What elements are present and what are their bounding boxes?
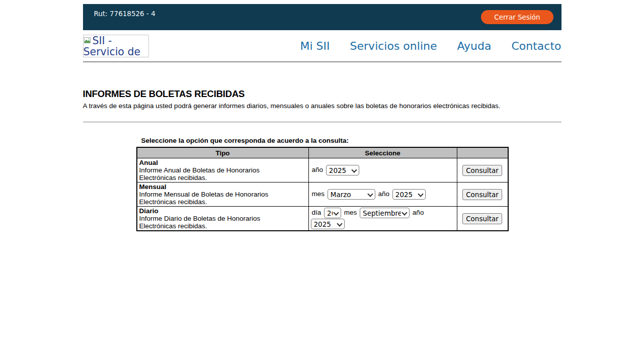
page-title: INFORMES DE BOLETAS RECIBIDAS [83,88,561,100]
nav-mi-sii[interactable]: Mi SII [300,40,330,52]
mensual-button-cell: Consultar [457,183,508,207]
anual-select-cell: año 2025 [308,158,457,183]
diario-month-select[interactable]: Septiembre [360,208,410,218]
anual-type-cell: Anual Informe Anual de Boletas de Honora… [137,158,309,183]
anual-year-select[interactable]: 2025 [326,165,359,175]
nav-contacto[interactable]: Contacto [511,40,561,52]
mensual-month-select[interactable]: Marzo [328,189,375,200]
logout-button[interactable]: Cerrar Sesión [481,10,553,24]
sii-logo-broken-image[interactable]: SII - Servicio de [83,35,149,57]
report-options-table: Tipo Seleccione Anual Informe Anual de B… [136,147,509,231]
table-row-mensual: Mensual Informe Mensual de Boletas de Ho… [137,183,508,207]
divider [83,122,561,123]
anual-button-cell: Consultar [457,158,508,183]
diario-description: Informe Diario de Boletas de Honorarios … [139,215,290,230]
mensual-year-label: año [378,190,390,198]
form-caption: Seleccione la opción que corresponda de … [141,137,561,144]
diario-fields-line1: día 26 mes Septiembre año [311,208,455,218]
nav-ayuda[interactable]: Ayuda [457,40,491,52]
rut-label: Rut: 77618526 - 4 [94,10,155,18]
mensual-description: Informe Mensual de Boletas de Honorarios… [139,191,290,206]
diario-select-cell: día 26 mes Septiembre año 2025 [308,207,457,231]
diario-year-select[interactable]: 2025 [311,219,345,229]
consultar-mensual-button[interactable]: Consultar [462,189,502,200]
column-header-tipo: Tipo [137,147,309,158]
diario-month-label: mes [344,209,357,216]
page-description: A través de esta página usted podrá gene… [83,102,561,110]
consultar-diario-button[interactable]: Consultar [462,213,502,224]
mensual-month-label: mes [312,190,325,198]
diario-year-label: año [413,209,424,216]
diario-button-cell: Consultar [457,207,508,231]
report-form: Seleccione la opción que corresponda de … [136,137,561,231]
broken-image-icon [84,35,92,46]
logo-alt-text: SII - Servicio de [84,35,141,57]
diario-day-label: día [312,209,321,216]
top-bar: Rut: 77618526 - 4 Cerrar Sesión [83,4,561,30]
diario-type-cell: Diario Informe Diario de Boletas de Hono… [137,207,309,231]
nav-servicios-online[interactable]: Servicios online [350,40,437,52]
diario-title: Diario [139,207,306,215]
mensual-select-cell: mes Marzo año 2025 [308,183,457,207]
page-container: Rut: 77618526 - 4 Cerrar Sesión SII - Se… [83,4,561,231]
mensual-title: Mensual [139,183,306,191]
column-header-empty [457,147,508,158]
consultar-anual-button[interactable]: Consultar [462,165,502,176]
table-row-diario: Diario Informe Diario de Boletas de Hono… [137,207,508,231]
anual-description: Informe Anual de Boletas de Honorarios E… [139,166,290,182]
diario-day-select[interactable]: 26 [324,208,341,218]
mensual-type-cell: Mensual Informe Mensual de Boletas de Ho… [137,183,309,207]
anual-title: Anual [139,159,306,166]
table-row-anual: Anual Informe Anual de Boletas de Honora… [137,158,508,183]
mensual-year-select[interactable]: 2025 [392,189,426,200]
diario-fields-line2: 2025 [311,219,455,229]
table-header-row: Tipo Seleccione [137,147,508,158]
anual-year-label: año [312,166,324,173]
column-header-seleccione: Seleccione [308,147,457,158]
site-header: SII - Servicio de Mi SII Servicios onlin… [83,30,561,62]
main-nav: Mi SII Servicios online Ayuda Contacto [300,40,561,52]
main-content: INFORMES DE BOLETAS RECIBIDAS A través d… [83,62,561,231]
